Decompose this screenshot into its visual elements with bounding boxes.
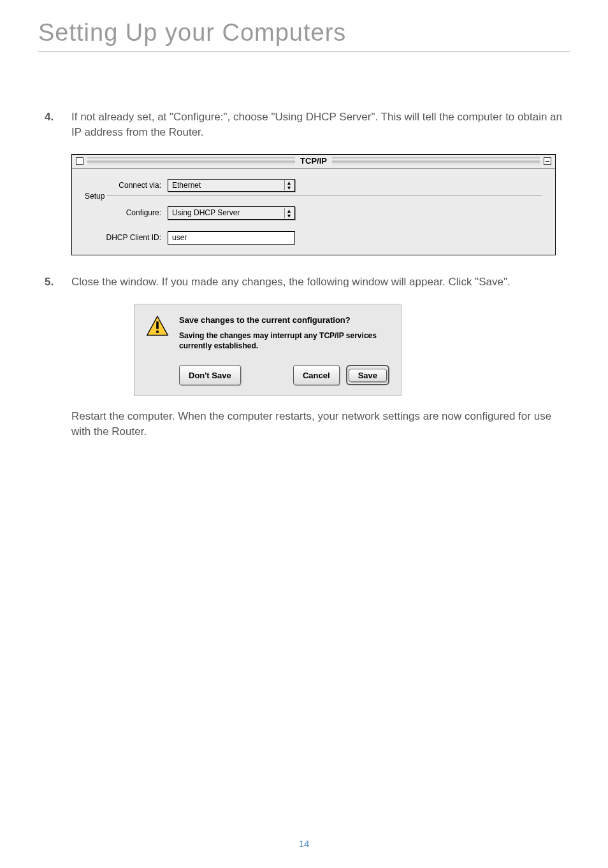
dhcp-client-row: DHCP Client ID: user <box>95 231 542 245</box>
chevron-updown-icon: ▴▾ <box>284 180 291 190</box>
tcpip-body: Connect via: Ethernet ▴▾ Setup Configure… <box>72 169 555 255</box>
dhcp-client-label: DHCP Client ID: <box>95 232 168 243</box>
close-icon[interactable] <box>76 157 83 165</box>
connect-via-label: Connect via: <box>85 180 168 191</box>
content-area: 4. If not already set, at "Configure:", … <box>0 52 608 439</box>
restart-spacer <box>45 409 71 439</box>
step-4-number: 4. <box>45 110 71 140</box>
save-dialog-top: Save changes to the current configuratio… <box>146 315 389 351</box>
restart-paragraph: Restart the computer. When the computer … <box>45 409 563 439</box>
configure-dropdown[interactable]: Using DHCP Server ▴▾ <box>168 206 295 220</box>
setup-legend: Setup <box>85 191 107 202</box>
step-5-number: 5. <box>45 274 71 290</box>
tcpip-titlebar: TCP/IP <box>72 155 555 169</box>
configure-label: Configure: <box>95 208 168 218</box>
dhcp-client-input[interactable]: user <box>168 231 295 245</box>
warning-icon <box>146 315 169 338</box>
save-dialog: Save changes to the current configuratio… <box>134 304 402 396</box>
page-number: 14 <box>0 838 608 849</box>
connect-via-value: Ethernet <box>172 180 201 191</box>
restart-text: Restart the computer. When the computer … <box>71 409 563 439</box>
chevron-updown-icon: ▴▾ <box>284 208 291 218</box>
step-5: 5. Close the window. If you made any cha… <box>45 274 563 290</box>
cancel-button[interactable]: Cancel <box>293 365 340 385</box>
save-dialog-title: Save changes to the current configuratio… <box>179 315 389 326</box>
save-button[interactable]: Save <box>349 369 387 382</box>
connect-via-dropdown[interactable]: Ethernet ▴▾ <box>168 179 295 192</box>
right-button-group: Cancel Save <box>293 365 389 385</box>
step-4-text: If not already set, at "Configure:", cho… <box>71 110 563 140</box>
step-4: 4. If not already set, at "Configure:", … <box>45 110 563 140</box>
save-dialog-texts: Save changes to the current configuratio… <box>179 315 389 351</box>
default-button-ring: Save <box>346 365 389 385</box>
setup-group: Setup Configure: Using DHCP Server ▴▾ DH… <box>95 196 542 245</box>
save-dialog-desc: Saving the changes may interrupt any TCP… <box>179 331 389 351</box>
step-5-text: Close the window. If you made any change… <box>71 274 563 290</box>
dont-save-button[interactable]: Don't Save <box>179 365 241 385</box>
titlebar-texture-right <box>332 157 540 165</box>
configure-row: Configure: Using DHCP Server ▴▾ <box>95 206 542 220</box>
svg-rect-2 <box>156 331 159 333</box>
tcpip-window-title: TCP/IP <box>295 155 332 167</box>
configure-value: Using DHCP Server <box>172 208 240 218</box>
tcpip-window: TCP/IP Connect via: Ethernet ▴▾ Setup Co… <box>71 154 556 255</box>
titlebar-texture-left <box>87 157 295 165</box>
collapse-icon[interactable] <box>544 157 551 165</box>
connect-via-row: Connect via: Ethernet ▴▾ <box>85 179 542 192</box>
save-dialog-buttons: Don't Save Cancel Save <box>146 365 389 385</box>
svg-rect-1 <box>156 322 159 329</box>
page-title: Setting Up your Computers <box>0 0 608 52</box>
